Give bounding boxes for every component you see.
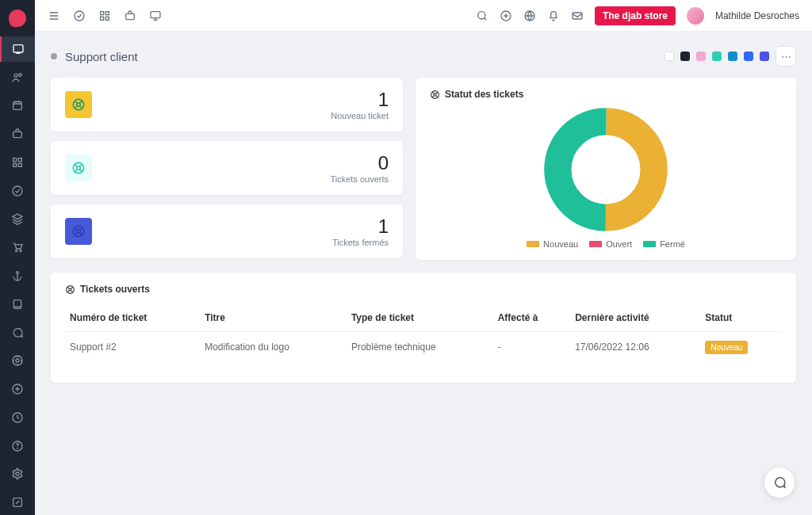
rail-support[interactable] [0, 348, 35, 373]
svg-rect-0 [13, 44, 23, 52]
svg-rect-8 [18, 163, 21, 166]
rail-chat[interactable] [0, 320, 35, 345]
rail-help[interactable] [0, 433, 35, 459]
bell-icon[interactable] [547, 10, 560, 22]
left-rail [0, 0, 35, 515]
topbar: The djab store Mathilde Desroches [35, 0, 812, 32]
rail-cart[interactable] [0, 235, 35, 260]
stat-label: Tickets fermés [332, 238, 389, 247]
legend-item: Fermé [643, 239, 685, 249]
rail-anchor[interactable] [0, 263, 35, 288]
donut-chart [542, 106, 669, 233]
svg-rect-27 [126, 13, 135, 19]
svg-rect-32 [573, 13, 582, 19]
svg-point-34 [77, 103, 81, 107]
svg-point-39 [431, 90, 439, 98]
briefcase-icon[interactable] [124, 10, 136, 22]
color-swatch[interactable] [712, 52, 722, 61]
lifebuoy-icon [430, 90, 440, 100]
more-button[interactable]: ⋯ [776, 46, 796, 67]
store-button[interactable]: The djab store [595, 6, 676, 25]
lifebuoy-icon [65, 218, 92, 245]
table-header[interactable]: Affecté à [493, 304, 571, 332]
rail-calendar[interactable] [0, 93, 35, 118]
legend-item: Ouvert [589, 239, 632, 249]
svg-point-44 [69, 288, 71, 290]
stat-card[interactable]: 1 Tickets fermés [51, 204, 403, 258]
stat-label: Tickets ouverts [330, 174, 389, 184]
svg-point-35 [73, 162, 84, 174]
monitor-icon[interactable] [149, 10, 162, 22]
ticket-status-card: Statut des tickets NouveauOuvertFermé [416, 78, 796, 260]
svg-point-40 [434, 93, 436, 95]
svg-rect-24 [105, 11, 109, 14]
rail-dashboard[interactable] [0, 36, 35, 62]
stat-label: Nouveau ticket [331, 111, 389, 120]
table-header[interactable]: Dernière activité [570, 304, 700, 332]
rail-settings[interactable] [0, 462, 35, 487]
svg-point-10 [16, 250, 17, 252]
table-title: Tickets ouverts [80, 284, 150, 295]
table-header[interactable]: Statut [700, 304, 782, 332]
svg-point-15 [16, 359, 19, 362]
color-swatch[interactable] [728, 52, 737, 61]
menu-icon[interactable] [48, 10, 60, 22]
svg-rect-6 [18, 158, 21, 162]
color-swatch[interactable] [760, 52, 769, 61]
rail-layers[interactable] [0, 207, 35, 232]
color-swatch[interactable] [665, 52, 674, 61]
lifebuoy-icon [65, 154, 92, 181]
color-swatches: ⋯ [665, 46, 796, 67]
color-swatch[interactable] [680, 52, 690, 61]
status-badge: Nouveau [705, 341, 748, 354]
chat-fab[interactable] [764, 467, 795, 498]
rail-edit[interactable] [0, 490, 35, 515]
svg-point-29 [478, 11, 485, 18]
svg-point-43 [67, 285, 75, 293]
color-swatch[interactable] [696, 52, 706, 61]
stat-card[interactable]: 1 Nouveau ticket [51, 78, 403, 132]
open-tickets-card: Tickets ouverts Numéro de ticketTitreTyp… [51, 273, 796, 383]
rail-logout[interactable] [0, 376, 35, 402]
page-status-dot [51, 53, 57, 59]
app-logo [7, 8, 27, 28]
lifebuoy-icon [65, 284, 75, 295]
table-header[interactable]: Type de ticket [347, 304, 493, 332]
rail-briefcase[interactable] [0, 121, 35, 147]
chart-title: Statut des tickets [445, 89, 523, 100]
add-icon[interactable] [500, 10, 512, 22]
svg-rect-28 [151, 11, 160, 17]
svg-rect-7 [13, 163, 17, 166]
rail-users[interactable] [0, 65, 35, 90]
svg-rect-26 [105, 17, 109, 20]
stat-value: 1 [332, 216, 389, 238]
svg-rect-25 [101, 17, 104, 20]
table-row[interactable]: Support #2Modification du logoProblème t… [65, 332, 782, 363]
svg-point-36 [77, 166, 81, 170]
search-icon[interactable] [476, 10, 488, 22]
rail-book[interactable] [0, 292, 35, 317]
rail-check[interactable] [0, 178, 35, 204]
check-icon[interactable] [73, 10, 86, 22]
stat-value: 0 [330, 152, 389, 174]
rail-apps[interactable] [0, 150, 35, 175]
color-swatch[interactable] [744, 52, 753, 61]
svg-point-12 [17, 272, 19, 274]
svg-point-19 [17, 448, 18, 448]
username: Mathilde Desroches [715, 10, 799, 21]
stat-card[interactable]: 0 Tickets ouverts [51, 141, 403, 195]
svg-point-37 [73, 226, 84, 237]
rail-time[interactable] [0, 405, 35, 430]
svg-rect-3 [13, 102, 22, 110]
svg-rect-5 [13, 158, 17, 162]
mail-icon[interactable] [571, 10, 584, 22]
avatar[interactable] [687, 7, 704, 25]
table-header[interactable]: Numéro de ticket [65, 304, 200, 332]
table-header[interactable]: Titre [200, 304, 347, 332]
svg-point-22 [75, 11, 84, 21]
globe-icon[interactable] [523, 10, 536, 22]
svg-point-20 [16, 472, 19, 475]
svg-point-33 [73, 99, 84, 110]
apps-icon[interactable] [98, 10, 111, 22]
svg-rect-23 [101, 11, 104, 14]
